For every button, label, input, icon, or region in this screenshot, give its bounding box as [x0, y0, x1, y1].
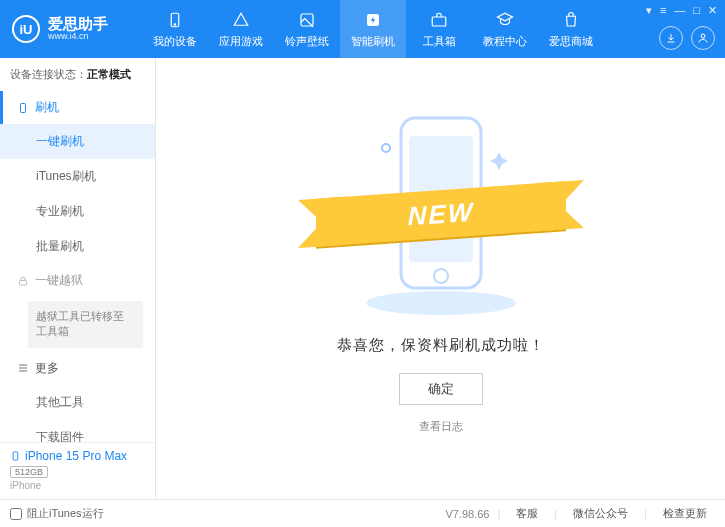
nav-label: 应用游戏	[219, 34, 263, 49]
logo-icon: iU	[12, 15, 40, 43]
download-button[interactable]	[659, 26, 683, 50]
svg-rect-4	[432, 17, 446, 26]
sidebar-section-more[interactable]: 更多	[0, 352, 155, 385]
maximize-icon[interactable]: □	[693, 4, 700, 17]
device-type: iPhone	[10, 480, 145, 491]
nav-apps[interactable]: 应用游戏	[208, 0, 274, 58]
toolbox-icon	[429, 10, 449, 30]
user-button[interactable]	[691, 26, 715, 50]
phone-icon	[10, 449, 21, 463]
svg-rect-7	[20, 280, 27, 285]
device-info: iPhone 15 Pro Max 512GB iPhone	[0, 442, 155, 499]
store-icon	[561, 10, 581, 30]
nav-label: 智能刷机	[351, 34, 395, 49]
success-illustration: NEW	[346, 108, 536, 318]
footer-update-link[interactable]: 检查更新	[655, 506, 715, 521]
apps-icon	[231, 10, 251, 30]
view-log-link[interactable]: 查看日志	[419, 419, 463, 434]
app-subtitle: www.i4.cn	[48, 32, 108, 42]
sidebar-item-download-fw[interactable]: 下载固件	[0, 420, 155, 442]
svg-point-5	[701, 34, 705, 38]
success-message: 恭喜您，保资料刷机成功啦！	[337, 336, 545, 355]
sidebar-item-batch-flash[interactable]: 批量刷机	[0, 229, 155, 264]
device-capacity: 512GB	[10, 466, 48, 478]
svg-rect-6	[21, 103, 26, 112]
jailbreak-note: 越狱工具已转移至 工具箱	[28, 301, 143, 348]
nav-label: 我的设备	[153, 34, 197, 49]
minimize-icon[interactable]: —	[674, 4, 685, 17]
nav-label: 爱思商城	[549, 34, 593, 49]
tray-menu-icon[interactable]: ▾	[646, 4, 652, 17]
nav-label: 铃声壁纸	[285, 34, 329, 49]
connection-status: 设备连接状态：正常模式	[0, 58, 155, 91]
block-itunes-checkbox[interactable]: 阻止iTunes运行	[10, 506, 104, 521]
tray-list-icon[interactable]: ≡	[660, 4, 666, 17]
lock-icon	[17, 275, 29, 287]
svg-point-9	[366, 291, 516, 315]
wallpaper-icon	[297, 10, 317, 30]
device-name[interactable]: iPhone 15 Pro Max	[10, 449, 145, 463]
app-logo: iU 爱思助手 www.i4.cn	[12, 15, 142, 43]
sidebar-section-flash[interactable]: 刷机	[0, 91, 155, 124]
nav-store[interactable]: 爱思商城	[538, 0, 604, 58]
window-tray: ▾ ≡ — □ ✕	[646, 4, 717, 17]
nav-flash[interactable]: 智能刷机	[340, 0, 406, 58]
tutorial-icon	[495, 10, 515, 30]
svg-point-13	[382, 144, 390, 152]
nav-tutorials[interactable]: 教程中心	[472, 0, 538, 58]
footer-support-link[interactable]: 客服	[508, 506, 546, 521]
close-icon[interactable]: ✕	[708, 4, 717, 17]
titlebar: iU 爱思助手 www.i4.cn 我的设备 应用游戏 铃声壁纸 智能刷机 工具…	[0, 0, 725, 58]
sidebar-item-oneclick-flash[interactable]: 一键刷机	[0, 124, 155, 159]
sidebar-item-pro-flash[interactable]: 专业刷机	[0, 194, 155, 229]
nav-my-device[interactable]: 我的设备	[142, 0, 208, 58]
nav-label: 工具箱	[423, 34, 456, 49]
top-nav: 我的设备 应用游戏 铃声壁纸 智能刷机 工具箱 教程中心 爱思商城	[142, 0, 604, 58]
app-title: 爱思助手	[48, 16, 108, 33]
status-bar: 阻止iTunes运行 V7.98.66 | 客服 | 微信公众号 | 检查更新	[0, 499, 725, 527]
ok-button[interactable]: 确定	[399, 373, 483, 405]
nav-toolbox[interactable]: 工具箱	[406, 0, 472, 58]
svg-rect-8	[13, 452, 18, 460]
device-icon	[165, 10, 185, 30]
svg-point-1	[174, 23, 176, 25]
sidebar-item-other-tools[interactable]: 其他工具	[0, 385, 155, 420]
menu-icon	[17, 362, 29, 374]
nav-label: 教程中心	[483, 34, 527, 49]
nav-ringtones[interactable]: 铃声壁纸	[274, 0, 340, 58]
flash-icon	[363, 10, 383, 30]
main-panel: NEW 恭喜您，保资料刷机成功啦！ 确定 查看日志	[156, 58, 725, 499]
sidebar-section-jailbreak[interactable]: 一键越狱	[0, 264, 155, 297]
sidebar-item-itunes-flash[interactable]: iTunes刷机	[0, 159, 155, 194]
footer-wechat-link[interactable]: 微信公众号	[565, 506, 636, 521]
sidebar: 设备连接状态：正常模式 刷机 一键刷机 iTunes刷机 专业刷机 批量刷机 一…	[0, 58, 156, 499]
version-label: V7.98.66	[445, 508, 489, 520]
phone-icon	[17, 102, 29, 114]
